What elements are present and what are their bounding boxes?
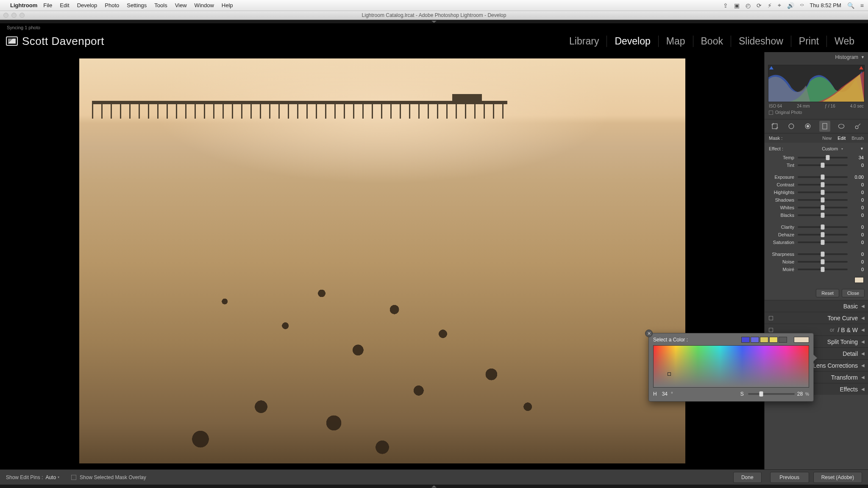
module-map[interactable]: Map xyxy=(658,36,693,47)
spotlight-icon[interactable]: 🔍 xyxy=(847,2,854,9)
shadow-clip-icon[interactable] xyxy=(769,66,773,69)
spot-tool-icon[interactable] xyxy=(786,121,797,132)
current-color-swatch[interactable] xyxy=(794,337,809,343)
bottom-panel-grip[interactable] xyxy=(0,485,868,488)
close-button[interactable]: Close xyxy=(842,289,865,297)
preset-swatch-4[interactable] xyxy=(769,337,778,343)
mask-brush[interactable]: Brush xyxy=(851,136,864,141)
slider-moire[interactable]: Moiré0 xyxy=(769,266,864,273)
menu-file[interactable]: File xyxy=(43,2,52,8)
effect-label: Effect : xyxy=(769,146,783,151)
volume-icon[interactable]: 🔊 xyxy=(787,2,794,9)
reset-adobe-button[interactable]: Reset (Adobe) xyxy=(813,472,862,483)
redeye-tool-icon[interactable] xyxy=(802,121,813,132)
sync-icon[interactable]: ⟳ xyxy=(757,2,762,9)
section-tone-curve[interactable]: Tone Curve◀ xyxy=(765,312,868,324)
slider-highlights[interactable]: Highlights0 xyxy=(769,189,864,196)
color-gradient[interactable] xyxy=(653,345,809,388)
slider-sharpness[interactable]: Sharpness0 xyxy=(769,250,864,258)
menu-view[interactable]: View xyxy=(175,2,187,8)
close-icon[interactable]: ✕ xyxy=(645,330,653,337)
edit-pins-dropdown-icon[interactable]: ▾ xyxy=(58,475,59,479)
menu-icon[interactable]: ≡ xyxy=(860,2,864,9)
menu-help[interactable]: Help xyxy=(222,2,233,8)
preset-swatch-1[interactable] xyxy=(741,337,750,343)
menubar-clock[interactable]: Thu 8:52 PM xyxy=(810,2,841,8)
reset-button[interactable]: Reset xyxy=(816,289,839,297)
mask-edit[interactable]: Edit xyxy=(837,136,846,141)
histogram[interactable] xyxy=(768,65,865,102)
done-button[interactable]: Done xyxy=(733,472,762,483)
section-basic[interactable]: Basic◀ xyxy=(765,300,868,312)
effect-dropdown-icon[interactable]: ▾ xyxy=(841,147,843,151)
right-panel: Histogram▼ ISO 64 24 mm xyxy=(764,52,868,469)
app-name[interactable]: Lightroom xyxy=(10,2,37,8)
module-slideshow[interactable]: Slideshow xyxy=(731,36,791,47)
tool-strip xyxy=(765,119,868,133)
brush-tool-icon[interactable] xyxy=(852,121,863,132)
slider-exposure[interactable]: Exposure0.00 xyxy=(769,173,864,181)
bluetooth-icon[interactable]: ⌖ xyxy=(778,2,781,9)
edit-pins-value[interactable]: Auto xyxy=(45,474,56,480)
wifi-icon[interactable]: ⌔ xyxy=(800,2,804,9)
module-book[interactable]: Book xyxy=(693,36,731,47)
radial-filter-icon[interactable] xyxy=(836,121,847,132)
mask-overlay-label: Show Selected Mask Overlay xyxy=(80,474,146,480)
preset-swatch-3[interactable] xyxy=(760,337,768,343)
slider-blacks[interactable]: Blacks0 xyxy=(769,211,864,219)
graduated-filter-icon[interactable] xyxy=(819,121,830,132)
bolt-icon[interactable]: ⚡︎ xyxy=(768,2,772,9)
crop-tool-icon[interactable] xyxy=(769,121,780,132)
slider-noise[interactable]: Noise0 xyxy=(769,258,864,266)
svg-point-5 xyxy=(838,124,844,128)
menu-develop[interactable]: Develop xyxy=(77,2,97,8)
hue-value: 34 xyxy=(662,391,668,397)
original-photo-checkbox[interactable] xyxy=(769,111,773,115)
slider-temp[interactable]: Temp34 xyxy=(769,154,864,161)
toolbox-icon[interactable]: ▣ xyxy=(734,2,740,9)
color-swatch[interactable] xyxy=(854,277,864,283)
hist-focal: 24 mm xyxy=(797,104,810,108)
identity-plate: Scott Davenport xyxy=(22,35,104,48)
svg-rect-4 xyxy=(823,123,827,129)
slider-dehaze[interactable]: Dehaze0 xyxy=(769,231,864,238)
mask-overlay-checkbox[interactable] xyxy=(71,475,76,480)
svg-point-1 xyxy=(789,124,794,129)
menu-window[interactable]: Window xyxy=(195,2,214,8)
dropbox-icon[interactable]: ⇪ xyxy=(723,2,728,9)
original-photo-label: Original Photo xyxy=(775,110,802,115)
menu-photo[interactable]: Photo xyxy=(105,2,119,8)
identity-bar: Scott Davenport Library Develop Map Book… xyxy=(0,30,868,52)
menu-tools[interactable]: Tools xyxy=(154,2,167,8)
slider-tint[interactable]: Tint0 xyxy=(769,161,864,169)
module-develop[interactable]: Develop xyxy=(606,36,658,47)
lightroom-logo-icon xyxy=(6,36,18,46)
preset-swatch-5[interactable] xyxy=(779,337,787,343)
sat-value: 28 xyxy=(797,391,803,397)
highlight-clip-icon[interactable] xyxy=(859,66,863,69)
effect-value[interactable]: Custom xyxy=(822,146,838,151)
menu-edit[interactable]: Edit xyxy=(60,2,69,8)
photo-preview[interactable] xyxy=(79,58,685,463)
color-picker-title: Select a Color : xyxy=(653,337,688,343)
slider-clarity[interactable]: Clarity0 xyxy=(769,223,864,231)
previous-button[interactable]: Previous xyxy=(770,472,809,483)
module-web[interactable]: Web xyxy=(826,36,862,47)
traffic-lights[interactable] xyxy=(3,13,25,18)
color-picker-cursor[interactable] xyxy=(668,372,671,376)
slider-contrast[interactable]: Contrast0 xyxy=(769,181,864,189)
module-library[interactable]: Library xyxy=(562,36,606,47)
menu-settings[interactable]: Settings xyxy=(127,2,147,8)
slider-shadows[interactable]: Shadows0 xyxy=(769,196,864,204)
saturation-slider[interactable] xyxy=(748,393,795,395)
preset-swatch-2[interactable] xyxy=(751,337,759,343)
adjustment-sliders: Effect : Custom ▾ ▼ Temp34 Tint0 Exposur… xyxy=(765,143,868,275)
slider-saturation[interactable]: Saturation0 xyxy=(769,238,864,246)
histogram-header[interactable]: Histogram▼ xyxy=(765,52,868,62)
module-print[interactable]: Print xyxy=(791,36,826,47)
clock-icon[interactable]: ◴ xyxy=(746,2,751,9)
top-panel-grip[interactable] xyxy=(0,20,868,23)
effect-disclosure-icon[interactable]: ▼ xyxy=(860,147,864,151)
mask-new[interactable]: New xyxy=(822,136,832,141)
slider-whites[interactable]: Whites0 xyxy=(769,204,864,211)
